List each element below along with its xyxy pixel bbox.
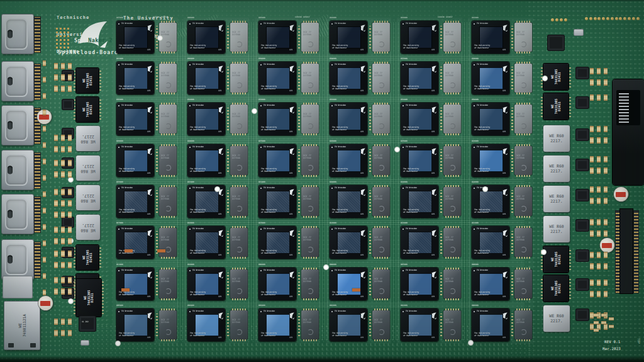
- pin1-dot: [331, 105, 333, 106]
- dram-chip: 5CZ 77 2JT04A: [159, 310, 177, 339]
- pin1-dot: [474, 23, 475, 25]
- dram-etch-text: 5CZ 77 2JT04A: [303, 277, 311, 282]
- dram-etch-text: 5CZ 77 2JT04A: [232, 318, 240, 323]
- resistor-cluster: [61, 288, 65, 295]
- resistor-cluster: [590, 126, 594, 132]
- resistor-cluster: [68, 277, 72, 283]
- chip-designator: U14000: [330, 222, 336, 224]
- test-pad: [56, 35, 58, 37]
- chip-designator: U43000: [401, 16, 408, 19]
- spinnaker-chip: TU DresdenThe University of ManchesterGY…: [116, 21, 154, 54]
- chip-corner-code: GYB: [502, 295, 506, 298]
- dram-chip: 5CZ 77 2JT04A: [301, 269, 319, 298]
- resistor-cluster: [54, 146, 58, 152]
- chip-corner-code: GYB: [147, 295, 150, 298]
- chip-designator: U12000: [472, 222, 479, 224]
- pin1-dot: [474, 270, 475, 271]
- dram-etch-text: 5CZ 77 2JT04A: [445, 71, 453, 76]
- chip-designator: U07000: [401, 263, 408, 266]
- qfn-chip: [576, 309, 589, 320]
- chip-designator: U28000: [187, 140, 194, 142]
- spinnaker-chip: TU DresdenThe University of ManchesterGY…: [116, 268, 154, 300]
- pmic-label: WE 74431305 D2411: [551, 281, 562, 297]
- resistor-cluster: [61, 251, 65, 257]
- dram-logo-swirl: [450, 165, 455, 171]
- pin1-dot: [474, 188, 475, 189]
- resistor-cluster: [54, 277, 58, 283]
- dram-chip: 5CZ 77 2JT04A: [159, 269, 177, 298]
- dram-logo-swirl: [236, 123, 242, 129]
- small-part: [574, 29, 584, 36]
- chip-brand-label: TU Dresden: [477, 310, 488, 312]
- decoupling-caps: [156, 67, 158, 89]
- chip-corner-code: GYB: [502, 48, 506, 51]
- chip-university-label: The University of Manchester: [403, 332, 419, 336]
- resistor-cluster: [594, 314, 599, 317]
- resistor-cluster: [597, 79, 601, 86]
- chip-university-label: The University of Manchester: [332, 167, 348, 172]
- chip-brand-label: TU Dresden: [264, 63, 275, 65]
- chip-corner-code: GYB: [360, 336, 364, 339]
- chip-brand-label: TU Dresden: [264, 227, 275, 230]
- resistor-cluster: [68, 288, 72, 295]
- dram-chip: 5CZ 77 2JT04A: [443, 228, 461, 257]
- pin1-dot: [331, 147, 333, 148]
- resistor-cluster: [61, 63, 65, 69]
- pmic-chip: WE 74431305 D2411: [76, 245, 99, 270]
- pin1-dot: [189, 147, 191, 148]
- decoupling-caps: [511, 108, 513, 130]
- mounting-hole: [115, 341, 121, 346]
- chip-designator: U35000: [116, 98, 123, 101]
- chip-corner-code: GYB: [360, 254, 364, 256]
- chip-designator: U08000: [330, 263, 336, 266]
- pin1-dot: [189, 311, 191, 312]
- chip-designator: U31000: [401, 98, 408, 101]
- chip-corner-code: GYB: [218, 254, 221, 256]
- pmic-chip: WE 74431305 D2411: [76, 279, 101, 317]
- dram-chip: 5CZ 77 2JT04A: [301, 228, 319, 257]
- power-inductor: WE R60 2217.: [76, 215, 100, 240]
- decoupling-caps: [369, 190, 371, 213]
- gold-pad: [606, 17, 609, 20]
- resistor-cluster: [597, 167, 601, 174]
- chip-corner-code: GYB: [360, 48, 364, 51]
- dram-chip: 5CZ 77 2JT04A: [159, 187, 177, 216]
- decoupling-caps: [440, 108, 442, 130]
- pin1-dot: [189, 188, 191, 189]
- resistor-cluster: [609, 317, 614, 320]
- pin1-dot: [402, 229, 404, 230]
- chip-university-label: The University of Manchester: [403, 167, 419, 172]
- spinnaker-chip: TU DresdenThe University of ManchesterGY…: [116, 226, 154, 259]
- qsfp-connector: [1, 14, 34, 54]
- resistor-cluster: [68, 86, 72, 92]
- connector-hole: [8, 256, 13, 264]
- dram-logo-swirl: [165, 329, 171, 335]
- chip-designator: U16000: [187, 222, 194, 224]
- dram-etch-text: 5CZ 77 2JT04A: [445, 318, 453, 323]
- dram-etch-text: 5CZ 77 2JT04A: [161, 235, 169, 240]
- resistor-cluster: [68, 146, 72, 152]
- chip-brand-label: TU Dresden: [335, 22, 346, 25]
- dram-logo-swirl: [165, 247, 171, 252]
- chip-university-label: The University of Manchester: [261, 332, 277, 336]
- spinnaker-chip: TU DresdenThe University of ManchesterGY…: [401, 185, 438, 218]
- pin1-dot: [331, 64, 333, 65]
- resistor-cluster: [597, 68, 601, 74]
- cap-ref-label: C47036 C47037: [153, 16, 167, 18]
- chip-brand-label: TU Dresden: [192, 145, 204, 148]
- test-pad: [64, 47, 65, 48]
- resistor-cluster: [68, 330, 72, 336]
- chip-corner-code: GYB: [431, 130, 435, 133]
- dram-logo-swirl: [379, 206, 384, 212]
- resistor-cluster: [68, 63, 72, 69]
- chip-designator: U23000: [116, 181, 123, 183]
- decoupling-caps: [156, 149, 158, 172]
- dram-logo-swirl: [521, 165, 526, 171]
- decoupling-caps: [511, 149, 513, 172]
- resistor-cluster: [68, 251, 72, 257]
- chip-corner-code: GYB: [218, 336, 221, 339]
- chip-brand-label: TU Dresden: [192, 104, 204, 106]
- chip-corner-code: GYB: [218, 48, 221, 51]
- cap-ref-label: C43036 C43037: [438, 16, 452, 18]
- pin1-dot: [474, 311, 475, 312]
